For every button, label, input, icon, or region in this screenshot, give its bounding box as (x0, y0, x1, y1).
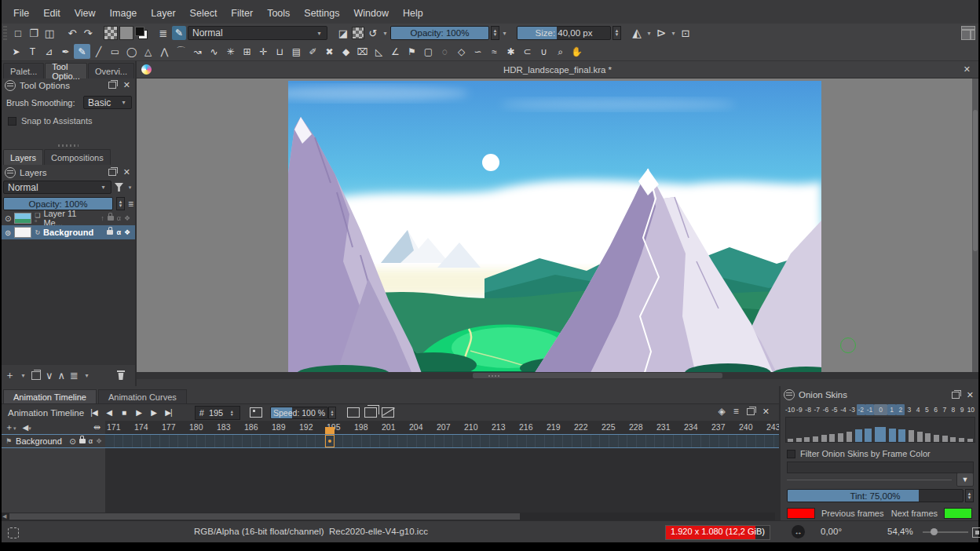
dynamic-brush-tool[interactable]: ∿ (206, 44, 222, 59)
visibility-eye-icon[interactable]: ⊙ (5, 214, 11, 223)
onion-bar-8[interactable] (950, 437, 956, 442)
onion-offset--1[interactable]: -1 (865, 404, 874, 415)
alpha-lock-icon[interactable]: α (117, 214, 121, 222)
tab-palet[interactable]: Palet... (3, 63, 44, 78)
speed-spinner[interactable]: ▲▼ (328, 407, 336, 419)
frame-ruler-label[interactable]: 210 (463, 421, 490, 434)
add-keyframe-button[interactable]: ＋▾ (5, 421, 16, 433)
onion-skin-toggle-icon[interactable]: ◈ (719, 406, 726, 417)
onion-bar-1[interactable] (889, 429, 896, 442)
tab-animation-curves[interactable]: Animation Curves (98, 389, 187, 404)
frame-ruler-label[interactable]: 243 (765, 421, 779, 434)
layer-filter-icon[interactable] (115, 183, 123, 192)
tab-layers[interactable]: Layers (3, 149, 43, 165)
tint-spinner[interactable]: ▲▼ (965, 489, 974, 502)
tab-tool-optio[interactable]: Tool Optio... (45, 63, 87, 78)
layer-blend-mode-select[interactable]: Normal▾ (3, 181, 112, 194)
next-frames-color-swatch[interactable] (944, 508, 972, 519)
enclose-fill-tool[interactable]: ⌧ (354, 44, 371, 59)
chevron-down-icon[interactable]: ▾ (670, 30, 677, 37)
show-layer-stack-icon[interactable] (364, 407, 377, 418)
pin-to-timeline-icon[interactable]: ↑ (101, 214, 104, 222)
onion-bar--9[interactable] (796, 438, 802, 442)
alpha-lock-icon[interactable]: α (89, 437, 93, 445)
frame-ruler-label[interactable]: 204 (408, 421, 435, 434)
onion-offset-0[interactable]: 0 (874, 404, 887, 415)
eraser-mode-icon[interactable]: ◪ (336, 26, 350, 40)
rect-select-tool[interactable]: ▢ (420, 44, 437, 59)
onion-offset-5[interactable]: 5 (923, 404, 931, 415)
preserve-alpha-icon[interactable] (352, 27, 364, 39)
frame-ruler-label[interactable]: 174 (133, 421, 160, 434)
scrollbar-thumb[interactable] (473, 373, 722, 378)
frame-ruler-label[interactable]: 180 (188, 421, 215, 434)
bezier-select-tool[interactable]: ⊂ (519, 44, 536, 59)
fill-tool[interactable]: ◆ (338, 44, 354, 59)
onion-offset-6[interactable]: 6 (931, 404, 940, 415)
frame-ruler-label[interactable]: 201 (380, 421, 408, 434)
menu-image[interactable]: Image (103, 5, 144, 24)
reference-images-tool[interactable]: ⚑ (404, 44, 420, 59)
menu-filter[interactable]: Filter (224, 5, 260, 24)
play-button[interactable]: ▶ (131, 407, 146, 419)
tab-compositions[interactable]: Compositions (44, 149, 111, 165)
layer-properties-button[interactable]: ≣ (70, 370, 79, 381)
close-icon[interactable]: ✕ (123, 167, 130, 177)
similar-select-tool[interactable]: ≈ (486, 44, 503, 59)
layer-row-background[interactable]: ⊙ ↻ Background α ❖ (2, 225, 135, 239)
layer-options-menu-icon[interactable]: ≡ (128, 199, 133, 210)
onion-bar-9[interactable] (959, 438, 964, 442)
chevron-down-icon[interactable]: ▾ (83, 372, 90, 379)
timeline-layer-row[interactable]: ⚑ Background ⊙ α ❖ (2, 434, 779, 448)
add-layer-button[interactable]: ＋ (5, 368, 15, 382)
float-docker-icon[interactable] (108, 169, 116, 176)
frame-ruler-label[interactable]: 183 (215, 421, 243, 434)
frame-ruler-label[interactable]: 234 (682, 421, 710, 434)
size-spinner[interactable]: ▲▼ (612, 26, 621, 40)
menu-select[interactable]: Select (183, 5, 225, 24)
onion-offset--5[interactable]: -5 (830, 404, 839, 415)
frame-ruler-label[interactable]: 186 (243, 421, 270, 434)
onion-bar--10[interactable] (788, 439, 793, 442)
lock-icon[interactable] (108, 216, 114, 221)
onion-offset--10[interactable]: -10 (785, 404, 795, 415)
pin-icon[interactable]: ⚑ (5, 437, 12, 445)
timeline-horizontal-scrollbar[interactable]: ◀ (2, 513, 775, 520)
show-active-frame-icon[interactable] (347, 407, 360, 418)
hide-frames-icon[interactable] (382, 407, 394, 418)
frame-ruler-label[interactable]: 213 (490, 421, 517, 434)
canvas-viewport[interactable] (137, 78, 978, 372)
speed-spinbox[interactable]: Speed: 100 % (270, 407, 328, 419)
zoom-slider-thumb[interactable] (931, 528, 938, 535)
duplicate-layer-button[interactable] (31, 371, 41, 380)
frame-ruler-label[interactable]: 228 (627, 421, 655, 434)
next-frame-button[interactable]: ▶ (146, 407, 161, 419)
frame-ruler-label[interactable]: 177 (160, 421, 188, 434)
onion-bar-7[interactable] (942, 436, 948, 442)
close-icon[interactable]: ✕ (762, 407, 770, 417)
onion-bar--8[interactable] (804, 437, 810, 442)
freehand-brush-tool[interactable]: ✎ (74, 44, 90, 59)
zoom-timeline-icon[interactable]: ⇹ (93, 422, 105, 432)
frame-ruler-label[interactable]: 222 (572, 421, 600, 434)
onion-bar-6[interactable] (934, 435, 939, 442)
onion-bar--4[interactable] (838, 433, 843, 442)
color-sampler-tool[interactable]: ✐ (305, 44, 321, 59)
onion-offset--3[interactable]: -3 (848, 404, 857, 415)
select-shapes-tool[interactable]: ➤ (8, 44, 24, 59)
scroll-left-arrow-icon[interactable]: ◀ (2, 513, 6, 520)
onion-offset--7[interactable]: -7 (813, 404, 821, 415)
pan-indicator-icon[interactable]: ↔ (792, 525, 805, 538)
crop-tool[interactable]: ⊔ (272, 44, 288, 59)
onion-opacity-bars[interactable] (785, 417, 975, 443)
onion-offset-8[interactable]: 8 (949, 404, 957, 415)
menu-file[interactable]: File (6, 5, 36, 24)
close-icon[interactable]: ✕ (964, 64, 971, 75)
chevron-down-icon[interactable]: ▼ (956, 473, 974, 487)
visibility-eye-icon[interactable]: ⊙ (5, 228, 11, 237)
assistants-tool[interactable]: ◺ (371, 44, 387, 59)
menu-view[interactable]: View (68, 5, 103, 24)
size-slider[interactable]: Size: 40,00 px (517, 26, 611, 40)
close-icon[interactable]: ✕ (123, 80, 130, 90)
frame-ruler-label[interactable]: 231 (655, 421, 682, 434)
